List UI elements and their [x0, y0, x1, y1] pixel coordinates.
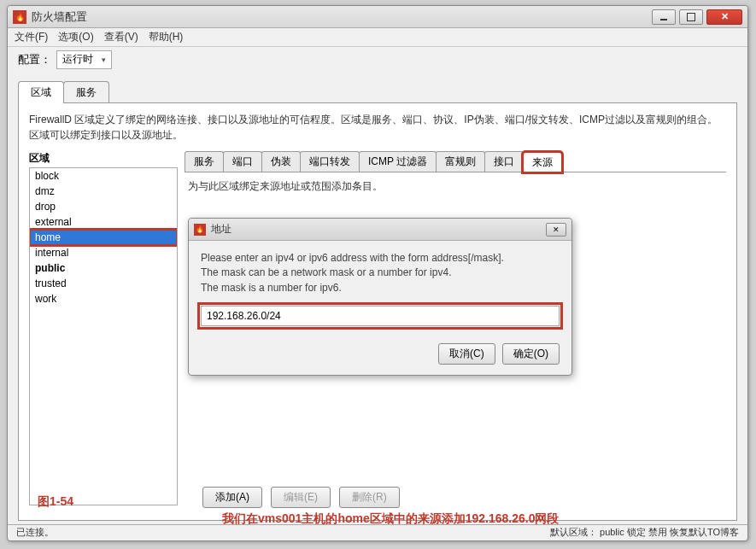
window-controls: [652, 9, 742, 25]
zone-item-internal[interactable]: internal: [30, 245, 177, 260]
tab-ports[interactable]: 端口: [223, 151, 262, 172]
sources-hint: 为与此区域绑定来源地址或范围添加条目。: [185, 172, 726, 201]
zone-item-public[interactable]: public: [30, 260, 177, 276]
dialog-buttons: 取消(C) 确定(O): [201, 343, 560, 365]
tab-sources[interactable]: 来源: [523, 152, 562, 172]
menu-options[interactable]: 选项(O): [58, 30, 93, 44]
menu-help[interactable]: 帮助(H): [149, 30, 184, 44]
zone-description: FirewallD 区域定义了绑定的网络连接、接口以及源地址的可信程度。区域是服…: [29, 112, 726, 143]
outer-tabs: 区域 服务: [18, 81, 737, 103]
zone-item-dmz[interactable]: dmz: [30, 184, 177, 199]
dialog-close-button[interactable]: ✕: [546, 223, 566, 237]
address-dialog: 🔥 地址 ✕ Please enter an ipv4 or ipv6 addr…: [188, 218, 572, 376]
status-left: 已连接。: [16, 526, 54, 539]
config-label: 配置：: [18, 52, 51, 67]
annotation-text: 我们在vms001主机的home区域中的来源添加192.168.26.0网段: [222, 511, 559, 527]
window-title: 防火墙配置: [32, 9, 652, 25]
status-right: 默认区域： public 锁定 禁用 恢复默认TO博客: [550, 526, 739, 539]
inner-tabs: 服务 端口 伪装 端口转发 ICMP 过滤器 富规则 接口 来源: [185, 151, 726, 172]
zones-list[interactable]: block dmz drop external home internal pu…: [29, 167, 178, 505]
add-button[interactable]: 添加(A): [202, 487, 262, 508]
tab-icmp-filter[interactable]: ICMP 过滤器: [359, 151, 437, 172]
zone-item-trusted[interactable]: trusted: [30, 276, 177, 291]
dialog-message: Please enter an ipv4 or ipv6 address wit…: [201, 251, 560, 295]
dialog-titlebar: 🔥 地址 ✕: [189, 219, 571, 241]
dialog-body: Please enter an ipv4 or ipv6 address wit…: [189, 241, 571, 375]
tab-port-forwarding[interactable]: 端口转发: [300, 151, 360, 172]
tab-interfaces[interactable]: 接口: [484, 151, 524, 172]
menu-file[interactable]: 文件(F): [15, 30, 48, 44]
zone-item-external[interactable]: external: [30, 214, 177, 230]
tab-service[interactable]: 服务: [63, 81, 109, 103]
bottom-buttons: 添加(A) 编辑(E) 删除(R): [202, 487, 400, 508]
dialog-icon: 🔥: [194, 224, 206, 236]
zones-title: 区域: [29, 151, 178, 166]
tab-services[interactable]: 服务: [185, 151, 224, 172]
zone-item-drop[interactable]: drop: [30, 199, 177, 214]
menubar: 文件(F) 选项(O) 查看(V) 帮助(H): [8, 28, 747, 46]
cancel-button[interactable]: 取消(C): [438, 343, 495, 365]
zone-item-block[interactable]: block: [30, 168, 177, 184]
tab-rich-rules[interactable]: 富规则: [436, 151, 485, 172]
tab-masquerading[interactable]: 伪装: [261, 151, 301, 172]
tab-zone[interactable]: 区域: [18, 81, 64, 103]
close-button[interactable]: [706, 9, 742, 25]
zone-item-work[interactable]: work: [30, 291, 177, 307]
app-icon: 🔥: [13, 10, 26, 24]
figure-label: 图1-54: [38, 494, 73, 510]
maximize-button[interactable]: [679, 9, 703, 25]
edit-button: 编辑(E): [271, 487, 331, 508]
config-dropdown[interactable]: 运行时: [56, 50, 112, 69]
dialog-title: 地址: [211, 222, 546, 237]
menu-view[interactable]: 查看(V): [104, 30, 138, 44]
delete-button: 删除(R): [339, 487, 400, 508]
titlebar: 🔥 防火墙配置: [8, 6, 747, 28]
address-input[interactable]: [201, 306, 560, 326]
ok-button[interactable]: 确定(O): [502, 343, 560, 365]
zone-item-home[interactable]: home: [30, 230, 177, 245]
zones-column: 区域 block dmz drop external home internal…: [29, 151, 178, 505]
toolbar: 配置： 运行时: [8, 47, 747, 73]
minimize-button[interactable]: [652, 9, 676, 25]
